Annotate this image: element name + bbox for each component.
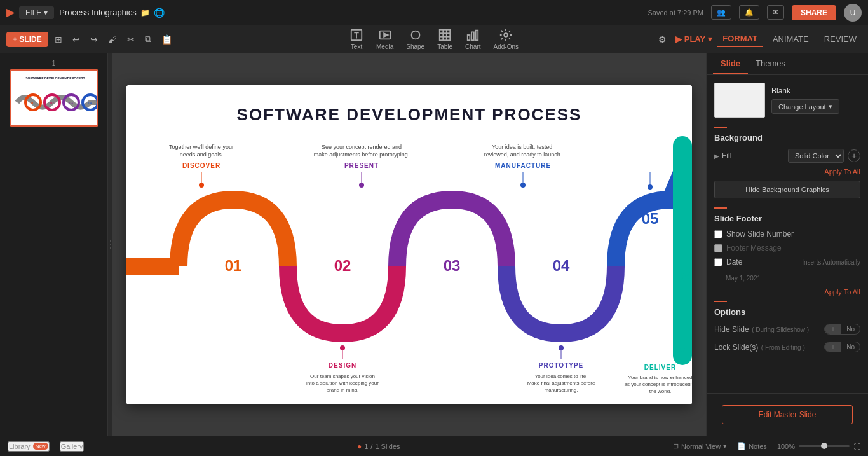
show-slide-number-checkbox[interactable]: Show Slide Number bbox=[714, 230, 860, 238]
svg-text:See your concept rendered and: See your concept rendered and bbox=[321, 144, 401, 150]
show-slide-number-label: Show Slide Number bbox=[726, 230, 794, 238]
media-tool[interactable]: Media bbox=[376, 28, 393, 50]
fill-select[interactable]: Solid Color bbox=[788, 149, 844, 163]
zoom-track[interactable] bbox=[799, 445, 850, 447]
paste-button[interactable]: 📋 bbox=[158, 32, 176, 47]
settings-button[interactable]: ⚙ bbox=[654, 32, 670, 47]
zoom-slider[interactable]: 100% ⛶ bbox=[777, 443, 860, 450]
lock-slides-sub: ( From Editing ) bbox=[761, 344, 805, 351]
tab-format[interactable]: FORMAT bbox=[717, 31, 763, 47]
date-checkbox[interactable]: Date Inserts Automatically bbox=[714, 258, 860, 266]
svg-text:05: 05 bbox=[641, 210, 658, 227]
tab-animate[interactable]: ANIMATE bbox=[768, 32, 814, 46]
lock-slides-option: Lock Slide(s) ( From Editing ) ⏸ No bbox=[714, 341, 860, 352]
tab-review[interactable]: REVIEW bbox=[819, 32, 862, 46]
date-value: May 1, 2021 bbox=[726, 275, 761, 282]
options-title: Options bbox=[714, 307, 860, 317]
svg-text:03: 03 bbox=[69, 101, 73, 105]
svg-text:01: 01 bbox=[31, 101, 35, 105]
options-section: Options Hide Slide ( During Slideshow ) … bbox=[714, 301, 860, 352]
toggle-no[interactable]: No bbox=[841, 324, 860, 334]
footer-message-label: Footer Message bbox=[726, 244, 782, 252]
svg-text:DELIVER: DELIVER bbox=[644, 364, 675, 371]
svg-text:Our team shapes your vision: Our team shapes your vision bbox=[310, 373, 375, 379]
paint-format-button[interactable]: 🖌 bbox=[104, 32, 121, 47]
footer-message-checkbox[interactable]: Footer Message bbox=[714, 244, 860, 252]
copy-button[interactable]: ⧉ bbox=[141, 31, 155, 47]
slide-canvas[interactable]: SOFTWARE DEVELOPMENT PROCESS Together we… bbox=[126, 85, 692, 404]
layout-preview bbox=[714, 83, 765, 118]
footer-apply-all[interactable]: Apply To All bbox=[714, 288, 860, 296]
hide-slide-label: Hide Slide bbox=[714, 325, 749, 334]
svg-point-5 bbox=[411, 31, 419, 39]
date-checkbox-input[interactable] bbox=[714, 258, 722, 266]
change-layout-button[interactable]: Change Layout ▾ bbox=[771, 99, 839, 114]
panel-content: Blank Change Layout ▾ Background ▶ Fill bbox=[707, 75, 868, 393]
play-button[interactable]: ▶ PLAY ▾ bbox=[675, 34, 712, 44]
collaborate-button[interactable]: 👥 bbox=[711, 5, 731, 20]
library-button[interactable]: Library New bbox=[8, 441, 50, 452]
lock-toggle-no[interactable]: No bbox=[841, 342, 860, 352]
notification-button[interactable]: 🔔 bbox=[739, 5, 759, 20]
toggle-pause[interactable]: ⏸ bbox=[825, 324, 841, 334]
undo-button[interactable]: ↩ bbox=[69, 32, 84, 47]
lock-toggle-pause[interactable]: ⏸ bbox=[825, 342, 841, 352]
user-avatar[interactable]: U bbox=[844, 4, 862, 22]
svg-text:needs and goals.: needs and goals. bbox=[179, 151, 223, 158]
footer-title: Slide Footer bbox=[714, 214, 860, 223]
lock-slides-toggle[interactable]: ⏸ No bbox=[824, 342, 860, 352]
table-tool[interactable]: Table bbox=[437, 28, 452, 50]
edit-master-button[interactable]: Edit Master Slide bbox=[722, 405, 853, 424]
share-button[interactable]: SHARE bbox=[792, 5, 836, 20]
top-right-controls: Saved at 7:29 PM 👥 🔔 ✉ SHARE U bbox=[648, 4, 862, 22]
background-apply-all[interactable]: Apply To All bbox=[714, 168, 860, 176]
slide-thumbnail[interactable]: SOFTWARE DEVELOPMENT PROCESS 01 02 03 04 bbox=[10, 69, 98, 127]
svg-point-14 bbox=[505, 33, 508, 37]
svg-text:PROTOTYPE: PROTOTYPE bbox=[538, 362, 583, 369]
file-menu-button[interactable]: FILE ▾ bbox=[19, 6, 54, 19]
svg-point-37 bbox=[199, 183, 204, 188]
date-auto-text: Inserts Automatically bbox=[802, 259, 860, 266]
add-slide-button[interactable]: + SLIDE bbox=[6, 32, 48, 47]
fill-add-button[interactable]: + bbox=[848, 149, 860, 162]
comment-button[interactable]: ✉ bbox=[767, 5, 784, 20]
zoom-level: 100% bbox=[777, 443, 795, 450]
svg-text:SOFTWARE DEVELOPMENT PROCESS: SOFTWARE DEVELOPMENT PROCESS bbox=[236, 105, 581, 124]
svg-rect-42 bbox=[673, 136, 692, 365]
svg-text:as your concept is introduced : as your concept is introduced to bbox=[624, 382, 691, 387]
svg-marker-4 bbox=[384, 33, 388, 37]
svg-text:Your idea comes to life.: Your idea comes to life. bbox=[534, 373, 587, 379]
show-slide-number-input[interactable] bbox=[714, 230, 722, 238]
hide-slide-label-container: Hide Slide ( During Slideshow ) bbox=[714, 323, 824, 335]
tab-slide[interactable]: Slide bbox=[713, 53, 748, 74]
shape-tool[interactable]: Shape bbox=[406, 28, 424, 50]
text-tool[interactable]: Text bbox=[349, 28, 363, 50]
hide-background-button[interactable]: Hide Background Graphics bbox=[714, 181, 860, 198]
bottom-bar: Library New Gallery ● 1 / 1 Slides ⊟ Nor… bbox=[0, 436, 868, 456]
svg-text:03: 03 bbox=[443, 257, 460, 274]
hide-slide-option: Hide Slide ( During Slideshow ) ⏸ No bbox=[714, 323, 860, 335]
redo-button[interactable]: ↪ bbox=[86, 32, 102, 47]
cut-button[interactable]: ✂ bbox=[123, 32, 139, 47]
tab-themes[interactable]: Themes bbox=[748, 53, 793, 74]
svg-text:make adjustments before protot: make adjustments before prototyping. bbox=[313, 151, 409, 158]
svg-text:04: 04 bbox=[552, 257, 569, 274]
footer-section: Slide Footer Show Slide Number Footer Me… bbox=[714, 207, 860, 296]
zoom-thumb[interactable] bbox=[821, 443, 827, 449]
hide-slide-toggle[interactable]: ⏸ No bbox=[824, 324, 860, 335]
svg-point-39 bbox=[359, 183, 364, 188]
footer-divider bbox=[714, 207, 727, 209]
chart-tool[interactable]: Chart bbox=[465, 28, 480, 50]
app-icon: ▶ bbox=[6, 6, 14, 18]
svg-text:Together we'll define your: Together we'll define your bbox=[169, 144, 234, 150]
date-label: Date bbox=[726, 258, 742, 266]
gallery-button[interactable]: Gallery bbox=[60, 441, 85, 452]
grid-view-button[interactable]: ⊞ bbox=[51, 32, 66, 47]
addons-tool[interactable]: Add-Ons bbox=[494, 28, 519, 50]
background-title: Background bbox=[714, 133, 860, 142]
svg-rect-6 bbox=[440, 30, 451, 41]
view-mode[interactable]: ⊟ Normal View ▾ bbox=[673, 442, 727, 450]
panel-tabs: Slide Themes bbox=[707, 53, 868, 75]
footer-message-input[interactable] bbox=[714, 244, 722, 252]
notes-button[interactable]: 📄 Notes bbox=[737, 442, 767, 450]
